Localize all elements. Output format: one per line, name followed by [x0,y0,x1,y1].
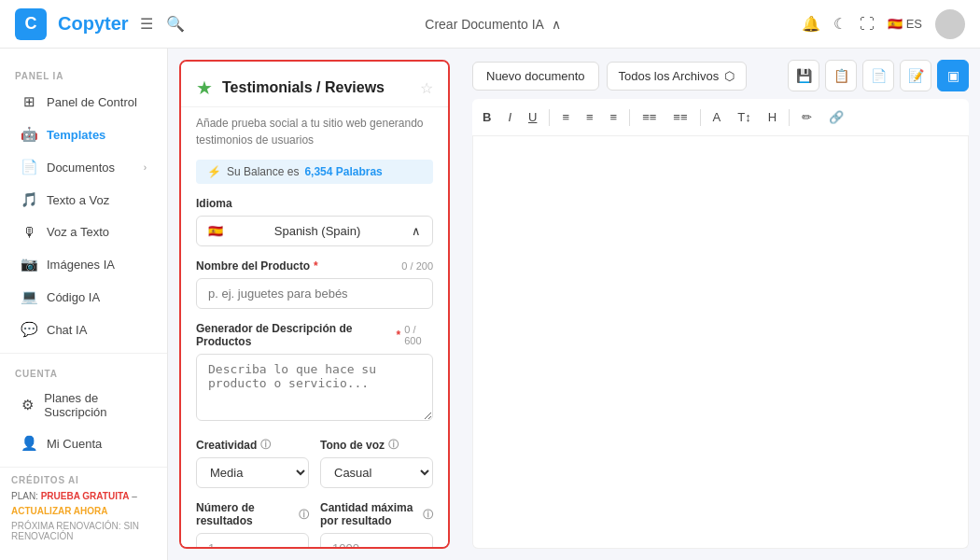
header-create-doc[interactable]: Crear Documento IA ∧ [425,17,561,32]
lang-flag: 🇪🇸 [888,17,903,31]
align-left-btn[interactable]: ≡ [555,106,576,128]
active-btn[interactable]: ▣ [937,60,969,91]
sidebar: PANEL IA ⊞ Panel de Control 🤖 Templates … [0,49,168,560]
cant-maxima-label: Cantidad máxima por resultado ⓘ [320,501,433,527]
nombre-input[interactable] [196,278,433,309]
save-btn[interactable]: 💾 [788,60,819,91]
num-resultados-label: Número de resultados ⓘ [196,501,309,527]
form-description: Añade prueba social a tu sitio web gener… [181,107,448,160]
copy-btn[interactable]: 📋 [825,60,857,91]
italic-btn[interactable]: I [501,106,518,128]
descripcion-count: 0 / 600 [404,324,433,346]
balance-label: Su Balance es [227,165,299,178]
font-color-btn[interactable]: A [707,106,728,128]
sidebar-item-documentos[interactable]: 📄 Documentos › [6,151,161,183]
archive-select[interactable]: Todos los Archivos ⬡ [607,62,748,91]
list-unordered-btn[interactable]: ≡≡ [666,106,693,128]
main: PANEL IA ⊞ Panel de Control 🤖 Templates … [0,49,980,560]
idioma-group: Idioma 🇪🇸 Spanish (Spain) ∧ [181,197,448,259]
editor-toolbar-top: Nuevo documento Todos los Archivos ⬡ 💾 📋… [472,60,969,91]
upgrade-link[interactable]: ACTUALIZAR AHORA [11,506,108,516]
divider-1 [549,109,550,126]
settings-icon: ⚙ [21,397,35,413]
align-right-btn[interactable]: ≡ [604,106,624,128]
lang-badge[interactable]: 🇪🇸 ES [888,17,922,31]
info-icon-creatividad[interactable]: ⓘ [260,438,271,452]
sidebar-item-texto-voz[interactable]: 🎵 Texto a Voz [6,184,161,216]
form-header: ★ Testimonials / Reviews ☆ [181,62,448,107]
num-resultados-input[interactable] [196,533,309,549]
sidebar-item-mi-cuenta[interactable]: 👤 Mi Cuenta [6,427,161,459]
tono-col: Tono de voz ⓘ Casual Formal Profesional [320,438,433,488]
sidebar-label-mi-cuenta: Mi Cuenta [47,437,102,451]
cant-maxima-col: Cantidad máxima por resultado ⓘ [320,501,433,549]
link-btn[interactable]: 🔗 [822,106,850,128]
archive-chevron: ⬡ [724,69,735,83]
heading-btn[interactable]: H [762,106,783,128]
descripcion-label: Generador de Descripción de Productos * … [196,322,433,348]
sidebar-item-voz-texto[interactable]: 🎙 Voz a Texto [6,217,161,247]
cuenta-label: CUENTA [0,361,167,383]
bolt-icon: ⚡ [207,165,221,178]
logo-box: C [15,8,47,40]
chat-icon: 💬 [21,321,37,338]
hamburger-icon[interactable]: ☰ [140,15,153,33]
language-value: Spanish (Spain) [274,224,361,238]
nombre-label: Nombre del Producto * 0 / 200 [196,259,433,273]
descripcion-input[interactable] [196,354,433,421]
creatividad-select[interactable]: Media Alta Baja [196,457,309,488]
sidebar-item-templates[interactable]: 🤖 Templates [6,119,161,150]
editor-action-btns: 💾 📋 📄 📝 ▣ [788,60,969,91]
edit-btn[interactable]: 📝 [900,60,931,91]
sidebar-label-planes: Planes de Suscripción [44,391,147,419]
sidebar-item-imagenes-ia[interactable]: 📷 Imágenes IA [6,248,161,280]
editor-format-bar: B I U ≡ ≡ ≡ ≡≡ ≡≡ A T↕ H ✏ 🔗 [472,99,969,136]
sidebar-label-voz-texto: Voz a Texto [47,225,109,239]
underline-btn[interactable]: U [522,106,543,128]
sidebar-label-chat-ia: Chat IA [47,323,87,337]
plan-text: PLAN: PRUEBA GRATUITA – ACTUALIZAR AHORA [11,489,156,519]
tono-select[interactable]: Casual Formal Profesional [320,457,433,488]
pen-btn[interactable]: ✏ [795,106,819,128]
plan-name: PRUEBA GRATUITA [41,491,130,501]
nombre-count: 0 / 200 [401,260,433,272]
align-center-btn[interactable]: ≡ [580,106,600,128]
sidebar-item-codigo-ia[interactable]: 💻 Código IA [6,281,161,313]
bold-btn[interactable]: B [476,106,497,128]
sidebar-item-planes[interactable]: ⚙ Planes de Suscripción [6,384,161,427]
header-icons: ☰ 🔍 [140,15,185,33]
list-ordered-btn[interactable]: ≡≡ [636,106,663,128]
info-icon-tono[interactable]: ⓘ [388,438,399,452]
sidebar-item-panel-control[interactable]: ⊞ Panel de Control [6,86,161,118]
num-resultados-col: Número de resultados ⓘ [196,501,309,549]
info-icon-cant[interactable]: ⓘ [423,508,433,522]
descripcion-required: * [397,329,401,342]
create-doc-label: Crear Documento IA [425,17,544,32]
info-icon-resultados[interactable]: ⓘ [299,508,309,522]
expand-icon[interactable]: ⛶ [860,16,875,33]
form-title: Testimonials / Reviews [222,79,411,96]
logo-letter: C [25,14,37,34]
sidebar-label-texto-voz: Texto a Voz [47,193,109,207]
bell-icon[interactable]: 🔔 [802,15,820,33]
resultados-row: Número de resultados ⓘ Cantidad máxima p… [181,501,448,549]
editor-body[interactable] [472,136,969,549]
font-size-btn[interactable]: T↕ [731,106,757,128]
moon-icon[interactable]: ☾ [833,15,847,33]
camera-icon: 📷 [21,256,37,273]
new-doc-button[interactable]: Nuevo documento [472,62,599,91]
cant-maxima-input[interactable] [320,533,433,549]
avatar[interactable] [935,9,965,39]
chevron-up-lang: ∧ [412,224,421,238]
sidebar-item-chat-ia[interactable]: 💬 Chat IA [6,314,161,345]
content: ★ Testimonials / Reviews ☆ Añade prueba … [168,49,980,560]
doc-btn[interactable]: 📄 [862,60,894,91]
panel-ia-label: PANEL IA [0,63,167,85]
creatividad-col: Creatividad ⓘ Media Alta Baja [196,438,309,488]
favorite-icon[interactable]: ☆ [420,79,433,97]
language-select[interactable]: 🇪🇸 Spanish (Spain) ∧ [196,216,433,246]
plan-sep: – [130,491,137,501]
star-icon: ★ [196,77,213,99]
search-icon[interactable]: 🔍 [166,15,185,33]
ai-icon: 🤖 [21,126,37,143]
